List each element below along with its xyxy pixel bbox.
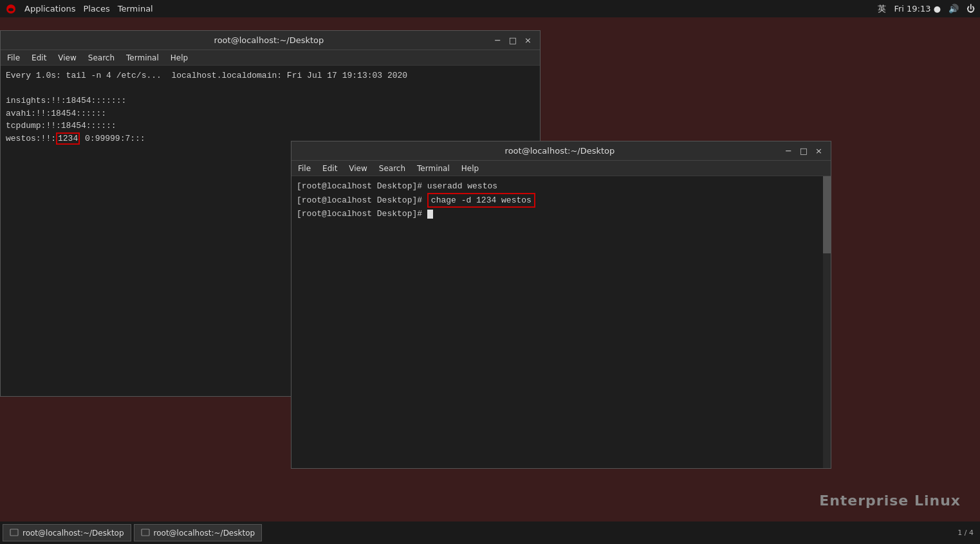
- terminal-2-scrollbar[interactable]: [823, 176, 831, 468]
- t2-line-1: [root@localhost Desktop]# chage -d 1234 …: [297, 193, 826, 208]
- taskbar-label-2: root@localhost:~/Desktop: [154, 529, 255, 538]
- terminal-2-controls: − □ ×: [783, 146, 824, 156]
- system-bar-left: Applications Places Terminal: [5, 3, 153, 15]
- terminal-2-menubar: File Edit View Search Terminal Help: [291, 161, 831, 176]
- t2-menu-help[interactable]: Help: [459, 163, 481, 174]
- terminal-1-maximize[interactable]: □: [507, 35, 519, 45]
- t1-menu-edit[interactable]: Edit: [29, 52, 49, 64]
- taskbar-item-2[interactable]: root@localhost:~/Desktop: [134, 524, 263, 541]
- language-indicator: 英: [878, 3, 886, 15]
- power-icon[interactable]: ⏻: [966, 4, 975, 14]
- t1-menu-terminal[interactable]: Terminal: [124, 52, 162, 64]
- terminal-2-title: root@localhost:~/Desktop: [337, 146, 783, 156]
- svg-rect-3: [12, 530, 17, 534]
- t1-menu-file[interactable]: File: [5, 52, 23, 64]
- taskbar: root@localhost:~/Desktop root@localhost:…: [0, 521, 980, 544]
- highlight-1234: 1234: [56, 132, 80, 145]
- terminal-1-controls: − □ ×: [492, 35, 533, 45]
- t1-line-1: [6, 82, 535, 95]
- t2-menu-terminal[interactable]: Terminal: [414, 163, 452, 174]
- terminal-2-titlebar: root@localhost:~/Desktop − □ ×: [291, 141, 831, 161]
- desktop: root@localhost:~/Desktop − □ × File Edit…: [0, 17, 980, 521]
- t1-line-3: avahi:!!:18454::::::: [6, 107, 535, 120]
- taskbar-item-1[interactable]: root@localhost:~/Desktop: [3, 524, 131, 541]
- terminal-2-maximize[interactable]: □: [798, 146, 809, 156]
- svg-rect-5: [143, 530, 148, 534]
- system-bar: Applications Places Terminal 英 Fri 19:13…: [0, 0, 980, 17]
- watermark: Enterprise Linux: [819, 493, 961, 509]
- taskbar-icon-2: [141, 529, 150, 538]
- t1-line-4: tcpdump:!!:18454::::::: [6, 120, 535, 132]
- terminal-1-close[interactable]: ×: [522, 35, 533, 45]
- t2-line-0: [root@localhost Desktop]# useradd westos: [297, 180, 826, 193]
- system-bar-right: 英 Fri 19:13 ● 🔊 ⏻: [878, 3, 975, 15]
- t1-line-2: insights:!!:18454:::::::: [6, 95, 535, 107]
- t2-menu-edit[interactable]: Edit: [320, 163, 340, 174]
- t1-line-0: Every 1.0s: tail -n 4 /etc/s... localhos…: [6, 69, 535, 82]
- highlight-chage: chage -d 1234 westos: [427, 193, 535, 208]
- terminal-1-menubar: File Edit View Search Terminal Help: [1, 50, 540, 66]
- page-indicator: 1 / 4: [957, 529, 974, 537]
- terminal-2-body: [root@localhost Desktop]# useradd westos…: [291, 176, 831, 468]
- svg-point-1: [8, 8, 14, 11]
- t1-menu-search[interactable]: Search: [86, 52, 117, 64]
- t1-menu-view[interactable]: View: [55, 52, 79, 64]
- redhat-logo[interactable]: [5, 3, 17, 15]
- menu-terminal[interactable]: Terminal: [118, 4, 153, 14]
- taskbar-right: 1 / 4: [957, 529, 977, 537]
- menu-places[interactable]: Places: [83, 4, 109, 14]
- t2-menu-file[interactable]: File: [295, 163, 313, 174]
- t2-line-2: [root@localhost Desktop]#: [297, 208, 826, 221]
- clock: Fri 19:13 ●: [894, 4, 941, 14]
- scrollbar-thumb[interactable]: [823, 176, 831, 253]
- taskbar-icon-1: [10, 529, 19, 538]
- terminal-1-minimize[interactable]: −: [492, 35, 503, 45]
- terminal-1-title: root@localhost:~/Desktop: [46, 35, 492, 45]
- volume-icon[interactable]: 🔊: [948, 4, 959, 14]
- terminal-2-close[interactable]: ×: [813, 146, 824, 156]
- terminal-1-titlebar: root@localhost:~/Desktop − □ ×: [1, 31, 540, 50]
- cursor: [427, 210, 433, 219]
- t1-menu-help[interactable]: Help: [168, 52, 190, 64]
- taskbar-label-1: root@localhost:~/Desktop: [23, 529, 124, 538]
- terminal-window-2: root@localhost:~/Desktop − □ × File Edit…: [291, 141, 831, 469]
- t2-menu-search[interactable]: Search: [376, 163, 408, 174]
- menu-applications[interactable]: Applications: [24, 4, 75, 14]
- t2-menu-view[interactable]: View: [346, 163, 369, 174]
- terminal-2-minimize[interactable]: −: [783, 146, 794, 156]
